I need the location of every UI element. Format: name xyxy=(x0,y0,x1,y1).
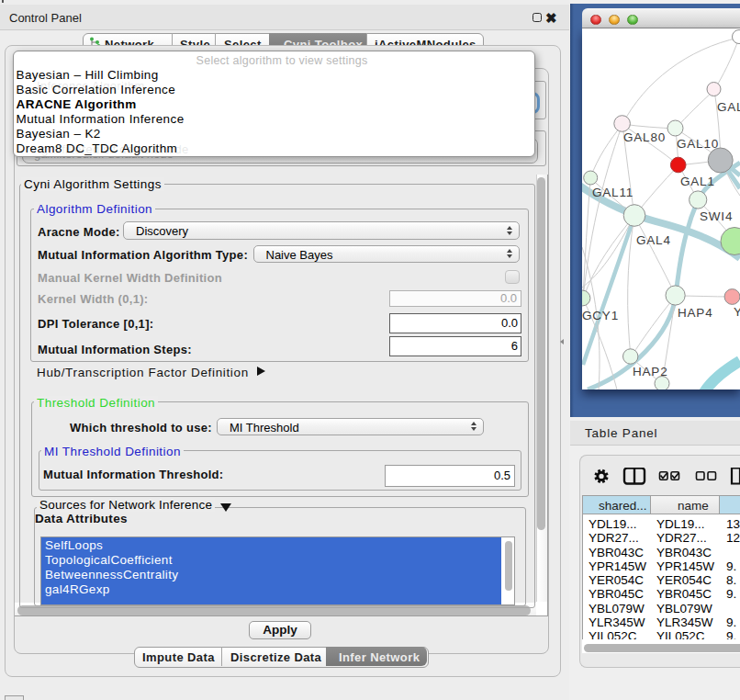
svg-text:SWI4: SWI4 xyxy=(700,209,733,223)
svg-text:Y: Y xyxy=(734,305,740,319)
svg-text:HAP4: HAP4 xyxy=(678,306,712,320)
svg-text:GAL4: GAL4 xyxy=(636,233,671,247)
svg-text:GAL10: GAL10 xyxy=(677,137,719,151)
svg-text:GAL2: GAL2 xyxy=(717,100,740,114)
svg-text:HAP2: HAP2 xyxy=(633,365,667,378)
svg-text:GAL1: GAL1 xyxy=(680,175,715,188)
svg-text:GAL80: GAL80 xyxy=(623,130,666,144)
svg-text:GAL11: GAL11 xyxy=(592,186,633,199)
svg-text:GCY1: GCY1 xyxy=(582,309,619,322)
